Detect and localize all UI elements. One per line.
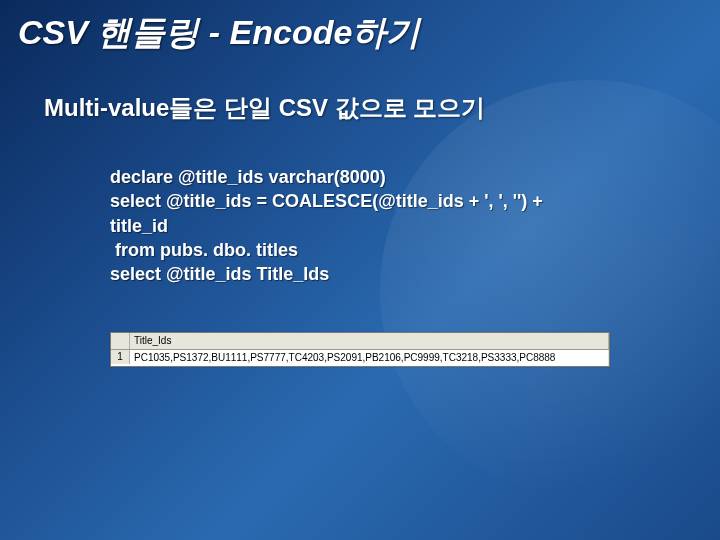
result-data-row: 1 PC1035,PS1372,BU1111,PS7777,TC4203,PS2… [111,350,609,366]
result-header-rownum [111,333,130,349]
slide-subtitle: Multi-value들은 단일 CSV 값으로 모으기 [44,92,485,124]
result-grid: Title_Ids 1 PC1035,PS1372,BU1111,PS7777,… [110,332,610,367]
code-block: declare @title_ids varchar(8000) select … [110,165,543,286]
slide-title: CSV 핸들링 - Encode하기 [18,10,420,56]
slide: CSV 핸들링 - Encode하기 Multi-value들은 단일 CSV … [0,0,720,540]
result-header-row: Title_Ids [111,333,609,350]
result-rownum: 1 [111,350,130,364]
result-header-col: Title_Ids [130,333,609,349]
background-accent [380,80,720,500]
result-cell: PC1035,PS1372,BU1111,PS7777,TC4203,PS209… [130,350,609,366]
